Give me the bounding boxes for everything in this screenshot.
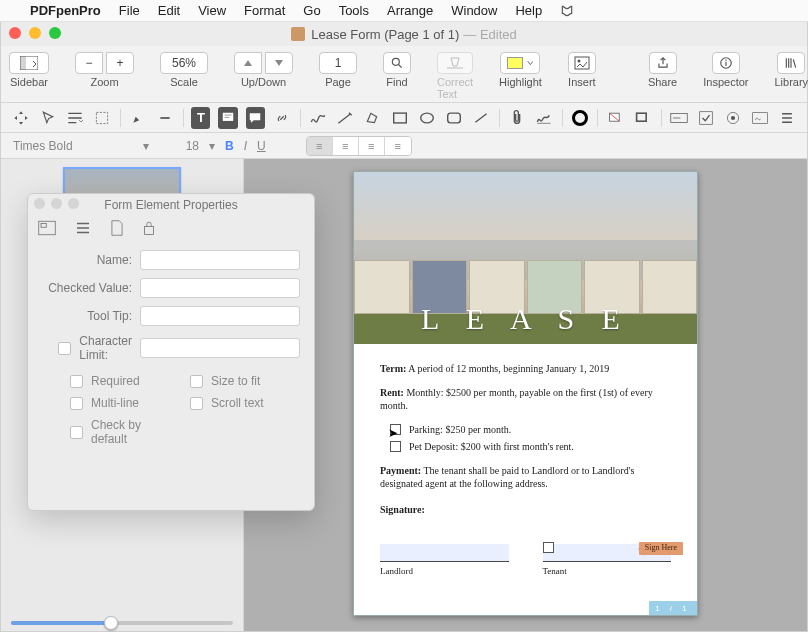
header-image: L E A S E [354, 172, 697, 344]
app-menu[interactable]: PDFpenPro [30, 3, 101, 18]
tab-lock-icon[interactable] [142, 220, 156, 236]
rect-tool[interactable] [390, 107, 409, 129]
tenant-signature-field[interactable]: Sign Here [543, 544, 672, 562]
zoom-out-button[interactable]: − [75, 52, 103, 74]
tenant-sig-checkbox[interactable] [543, 542, 554, 553]
note-tool[interactable] [218, 107, 237, 129]
library-button[interactable] [777, 52, 805, 74]
underline-button[interactable]: U [257, 139, 266, 153]
char-limit-checkbox[interactable] [58, 342, 71, 355]
page-down-button[interactable] [265, 52, 293, 74]
menu-view[interactable]: View [198, 3, 226, 18]
tab-alignment-icon[interactable] [74, 220, 92, 236]
titlebar: Lease Form (Page 1 of 1) — Edited [1, 22, 807, 46]
align-center-button[interactable]: ≡ [333, 137, 359, 155]
size-to-fit-checkbox[interactable] [190, 375, 203, 388]
select-tool[interactable] [38, 107, 57, 129]
tooltip-field[interactable] [140, 306, 300, 326]
menu-file[interactable]: File [119, 3, 140, 18]
pdf-page: L E A S E Term: A period of 12 months, b… [353, 171, 698, 616]
inspector-button[interactable] [712, 52, 740, 74]
thumbnail-size-slider[interactable] [11, 621, 233, 625]
font-family-selector[interactable]: Times Bold [13, 139, 133, 153]
highlight-label: Highlight [499, 76, 542, 88]
form-checkbox-tool[interactable] [696, 107, 715, 129]
scroll-tool[interactable] [11, 107, 30, 129]
correct-text-button[interactable] [437, 52, 473, 74]
polygon-tool[interactable] [363, 107, 382, 129]
rent-text: Monthly: $2500 per month, payable on the… [380, 387, 653, 412]
menu-arrange[interactable]: Arrange [387, 3, 433, 18]
slider-knob-icon[interactable] [104, 616, 118, 630]
name-field[interactable] [140, 250, 300, 270]
menu-format[interactable]: Format [244, 3, 285, 18]
fill-color-tool[interactable] [606, 107, 625, 129]
attachment-tool[interactable] [507, 107, 526, 129]
form-signature-tool[interactable] [751, 107, 770, 129]
link-tool[interactable] [273, 107, 292, 129]
signature-tool[interactable] [534, 107, 553, 129]
zoom-in-button[interactable]: + [106, 52, 134, 74]
menu-edit[interactable]: Edit [158, 3, 180, 18]
font-size-field[interactable]: 18 [159, 139, 199, 153]
landlord-signature-field[interactable] [380, 544, 509, 562]
tab-document-icon[interactable] [110, 220, 124, 236]
select-rect-tool[interactable] [92, 107, 111, 129]
align-justify-button[interactable]: ≡ [385, 137, 411, 155]
inspector-label: Inspector [703, 76, 748, 88]
document-canvas[interactable]: L E A S E Term: A period of 12 months, b… [244, 159, 807, 631]
panel-close-button[interactable] [34, 198, 45, 209]
highlight-tool[interactable] [128, 107, 147, 129]
required-checkbox[interactable] [70, 375, 83, 388]
find-button[interactable] [383, 52, 411, 74]
align-left-button[interactable]: ≡ [307, 137, 333, 155]
svg-point-4 [577, 60, 580, 63]
menu-window[interactable]: Window [451, 3, 497, 18]
multiline-checkbox[interactable] [70, 397, 83, 410]
line-tool[interactable] [471, 107, 490, 129]
scripts-menu-icon[interactable] [560, 4, 574, 18]
sidebar-toggle-button[interactable] [9, 52, 49, 74]
circle-icon [572, 110, 588, 126]
zoom-field[interactable]: 56% [160, 52, 208, 74]
share-button[interactable] [649, 52, 677, 74]
menu-go[interactable]: Go [303, 3, 320, 18]
align-right-button[interactable]: ≡ [359, 137, 385, 155]
menu-tools[interactable]: Tools [339, 3, 369, 18]
bold-button[interactable]: B [225, 139, 234, 153]
scribble-tool[interactable] [309, 107, 328, 129]
tab-element-icon[interactable] [38, 220, 56, 236]
close-window-button[interactable] [9, 27, 21, 39]
text-tool[interactable]: T [191, 107, 210, 129]
pet-deposit-checkbox[interactable] [390, 441, 401, 452]
scroll-text-checkbox[interactable] [190, 397, 203, 410]
font-size-stepper-icon[interactable]: ▾ [209, 139, 215, 153]
stroke-color-tool[interactable] [633, 107, 652, 129]
check-default-checkbox[interactable] [70, 426, 83, 439]
freehand-tool[interactable] [336, 107, 355, 129]
rounded-rect-tool[interactable] [444, 107, 463, 129]
comment-tool[interactable] [246, 107, 265, 129]
italic-button[interactable]: I [244, 139, 247, 153]
checked-value-field[interactable] [140, 278, 300, 298]
required-label: Required [91, 374, 140, 388]
stamp-tool[interactable] [570, 107, 589, 129]
form-text-field-tool[interactable] [669, 107, 688, 129]
highlight-button[interactable] [500, 52, 540, 74]
insert-button[interactable] [568, 52, 596, 74]
select-text-tool[interactable] [65, 107, 84, 129]
menu-help[interactable]: Help [515, 3, 542, 18]
char-limit-field[interactable] [140, 338, 300, 358]
form-radio-tool[interactable] [724, 107, 743, 129]
page-up-button[interactable] [234, 52, 262, 74]
panel-zoom-button[interactable] [68, 198, 79, 209]
minimize-window-button[interactable] [29, 27, 41, 39]
ellipse-tool[interactable] [417, 107, 436, 129]
document-proxy-icon[interactable] [291, 27, 305, 41]
markup-tool[interactable] [155, 107, 174, 129]
font-dropdown-icon[interactable]: ▾ [143, 139, 149, 153]
page-number-field[interactable]: 1 [319, 52, 357, 74]
zoom-window-button[interactable] [49, 27, 61, 39]
panel-minimize-button[interactable] [51, 198, 62, 209]
form-list-tool[interactable] [778, 107, 797, 129]
